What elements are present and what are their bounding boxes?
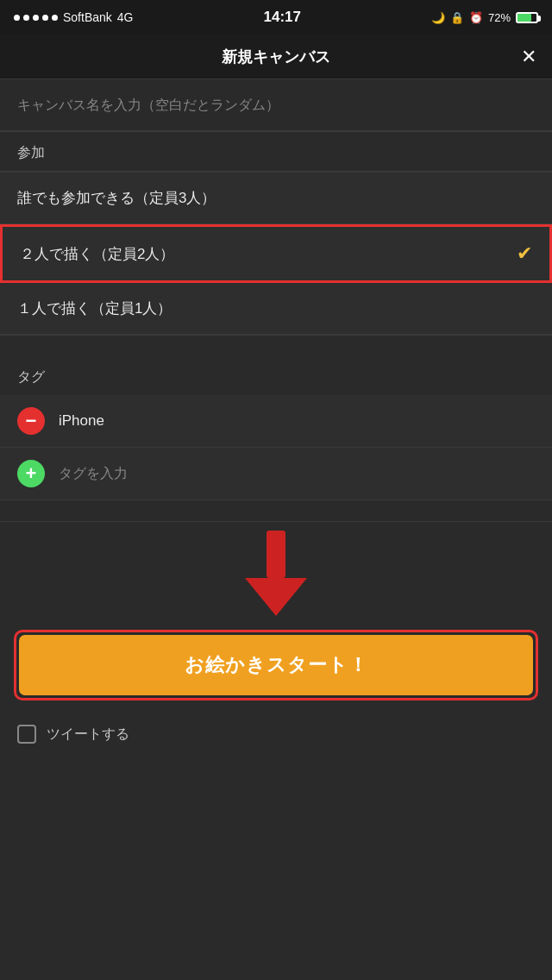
canvas-name-input[interactable]: [17, 97, 535, 113]
dialog-title: 新規キャンバス: [222, 47, 330, 67]
tag-iphone-label: iPhone: [59, 412, 104, 430]
status-right: 🌙 🔒 ⏰ 72%: [431, 11, 538, 24]
option-3-label: 誰でも参加できる（定員3人）: [17, 188, 216, 208]
start-button-wrapper: お絵かきスタート！: [14, 630, 538, 700]
option-1-row[interactable]: １人で描く（定員1人）: [0, 283, 552, 335]
section-gap-2: [0, 500, 552, 521]
moon-icon: 🌙: [431, 11, 445, 24]
add-tag-button[interactable]: +: [17, 460, 45, 487]
start-button[interactable]: お絵かきスタート！: [19, 635, 533, 695]
option-2-label: ２人で描く（定員2人）: [20, 244, 174, 264]
remove-tag-button[interactable]: −: [17, 407, 45, 435]
checkmark-icon: ✔: [517, 242, 532, 265]
start-section: お絵かきスタート！: [0, 621, 552, 713]
status-bar: SoftBank 4G 14:17 🌙 🔒 ⏰ 72%: [0, 0, 552, 35]
network-label: 4G: [117, 10, 134, 24]
carrier-label: SoftBank: [63, 10, 112, 24]
arrow-shaft: [267, 531, 285, 578]
status-left: SoftBank 4G: [14, 10, 134, 24]
status-time: 14:17: [264, 9, 301, 26]
battery-icon: [516, 12, 538, 23]
tweet-label: ツイートする: [47, 726, 129, 744]
tag-section-label: タグ: [0, 356, 552, 395]
tweet-checkbox[interactable]: [17, 725, 36, 744]
lock-icon: 🔒: [450, 11, 464, 24]
arrow-indicator: [245, 531, 307, 616]
join-section-label: 参加: [0, 132, 552, 172]
tweet-row: ツイートする: [0, 713, 552, 756]
option-2-row[interactable]: ２人で描く（定員2人） ✔: [0, 224, 552, 283]
close-button[interactable]: ✕: [521, 46, 536, 68]
option-1-label: １人で描く（定員1人）: [17, 298, 172, 318]
tag-iphone-row: − iPhone: [0, 395, 552, 448]
alarm-icon: ⏰: [469, 11, 483, 24]
signal-dots: [14, 15, 58, 21]
tag-input[interactable]: [59, 466, 535, 481]
battery-percent: 72%: [488, 11, 511, 24]
arrow-head: [245, 578, 307, 616]
canvas-name-section: [0, 79, 552, 131]
header: 新規キャンバス ✕: [0, 35, 552, 79]
arrow-area: [0, 522, 552, 621]
add-tag-row: +: [0, 448, 552, 500]
section-gap-1: [0, 336, 552, 356]
option-3-row[interactable]: 誰でも参加できる（定員3人）: [0, 173, 552, 224]
